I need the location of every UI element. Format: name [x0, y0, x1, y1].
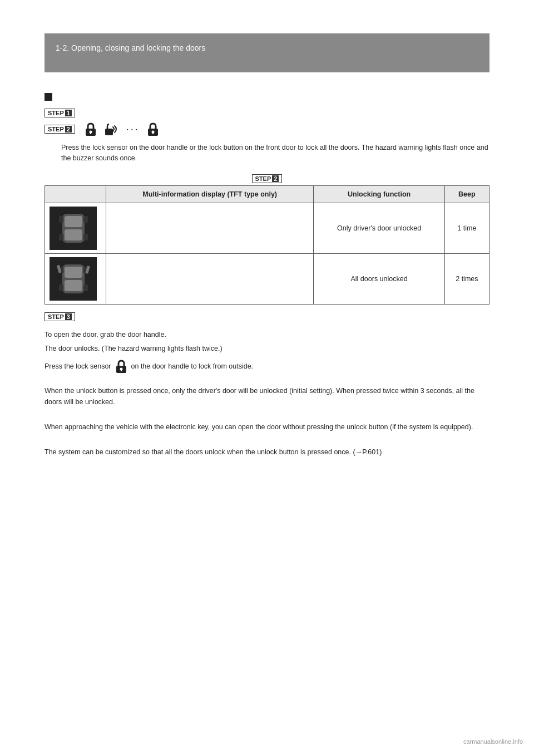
step3-badge: STEP 3: [44, 312, 75, 321]
svg-rect-16: [65, 280, 82, 291]
svg-rect-20: [83, 284, 88, 291]
svg-rect-3: [105, 129, 113, 135]
table-row1-beep: 1 time: [444, 203, 489, 253]
section-heading: [44, 92, 490, 101]
svg-rect-25: [121, 369, 122, 371]
step2-badge-row: STEP 2: [44, 121, 490, 137]
table-row1-multiinfo: [106, 203, 314, 253]
step3-detail: The door unlocks. (The hazard warning li…: [44, 343, 490, 354]
svg-rect-10: [59, 216, 63, 223]
table-header-unlocking: Unlocking function: [314, 185, 444, 203]
svg-rect-19: [59, 284, 63, 291]
table-row2-function: All doors unlocked: [314, 253, 444, 304]
table-row2-multiinfo: [106, 253, 314, 304]
lock-closed-icon: [83, 121, 98, 137]
svg-rect-11: [83, 216, 88, 223]
body-para-1: When the unlock button is pressed once, …: [44, 385, 490, 408]
step3-lock-icon: [114, 359, 128, 374]
car-image-1: [50, 207, 97, 250]
watermark: carmanualsonline.info: [463, 738, 523, 745]
table-row1-image: [45, 203, 106, 253]
svg-rect-8: [65, 216, 82, 227]
svg-rect-13: [83, 234, 88, 240]
step3-block: STEP 3: [44, 310, 490, 323]
step1-row: STEP 1: [44, 106, 490, 120]
unlock-signal-icon: [101, 121, 120, 137]
step2-badge-center: STEP 2: [252, 174, 283, 183]
table-header-image-col: [45, 185, 106, 203]
step1-badge: STEP 1: [44, 109, 75, 117]
body-para-2: When approaching the vehicle with the el…: [44, 421, 490, 433]
table-row2-image: [45, 253, 106, 304]
svg-rect-2: [90, 132, 91, 134]
info-table: Multi-information display (TFT type only…: [44, 185, 490, 305]
main-content: STEP 1 STEP 2: [44, 72, 490, 472]
lock-closed-2-icon: [146, 121, 160, 137]
table-row1-function: Only driver's door unlocked: [314, 203, 444, 253]
body-paragraphs: When the unlock button is pressed once, …: [44, 385, 490, 458]
svg-rect-15: [65, 267, 82, 278]
section-bullet: [44, 93, 52, 101]
header-bar: 1-2. Opening, closing and locking the do…: [44, 33, 490, 72]
steps-container: STEP 1 STEP 2: [44, 106, 490, 137]
step2-intro-text: Press the lock sensor on the door handle…: [61, 143, 490, 164]
section-title: 1-2. Opening, closing and locking the do…: [56, 43, 205, 52]
car-image-2: [50, 257, 97, 301]
table-row-1: Only driver's door unlocked 1 time: [45, 203, 490, 253]
table-header-multiinfo: Multi-information display (TFT type only…: [106, 185, 314, 203]
table-header-beep: Beep: [444, 185, 489, 203]
step2-badge-top: STEP 2: [44, 125, 75, 134]
icon-row: ···: [82, 121, 162, 137]
step3-note-row: Press the lock sensor on the door handle…: [44, 359, 490, 374]
svg-rect-6: [152, 132, 154, 134]
table-row2-beep: 2 times: [444, 253, 489, 304]
body-para-3: The system can be customized so that all…: [44, 446, 490, 458]
step3-text: To open the door, grab the door handle.: [44, 329, 490, 340]
step2-label-center: STEP 2: [44, 172, 490, 185]
svg-rect-12: [59, 234, 63, 240]
table-row-2: All doors unlocked 2 times: [45, 253, 490, 304]
table-header: Multi-information display (TFT type only…: [45, 185, 490, 203]
svg-rect-9: [65, 229, 82, 240]
